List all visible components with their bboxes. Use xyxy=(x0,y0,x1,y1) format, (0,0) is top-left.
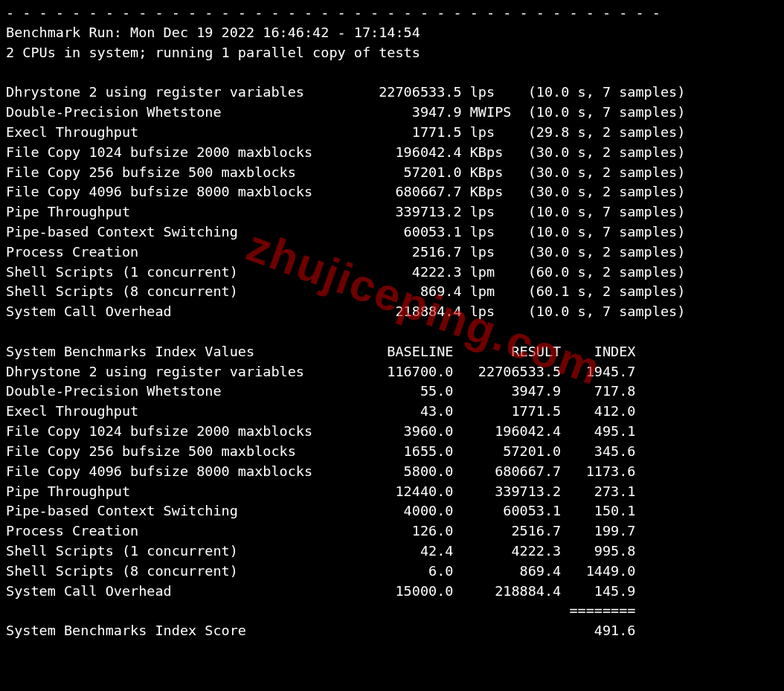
terminal-output: - - - - - - - - - - - - - - - - - - - - … xyxy=(0,0,784,649)
